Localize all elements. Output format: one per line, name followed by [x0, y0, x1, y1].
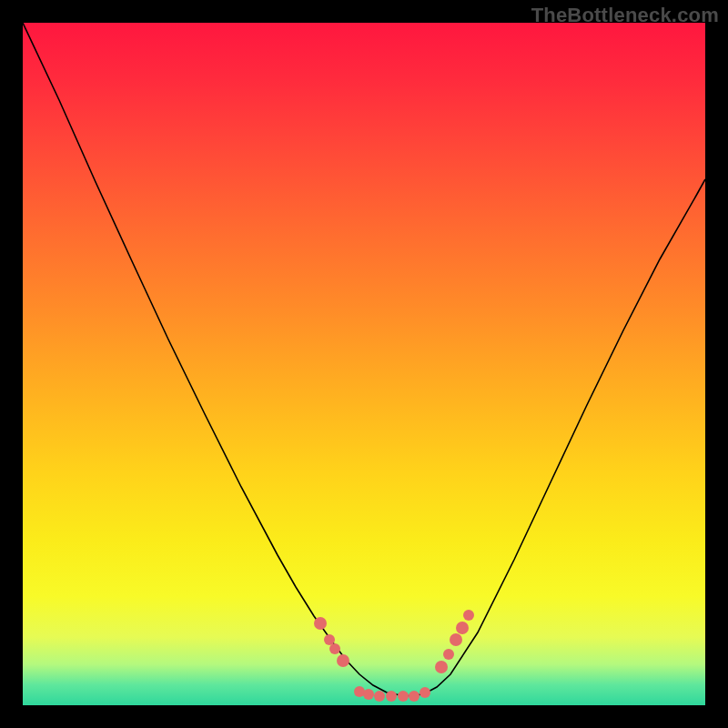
marker-dot — [337, 654, 349, 667]
marker-dot — [386, 691, 397, 702]
marker-dot — [463, 610, 474, 621]
marker-dot — [435, 661, 448, 673]
marker-dot — [329, 643, 340, 654]
marker-dot — [374, 691, 385, 702]
marker-dot — [363, 689, 374, 700]
chart-svg — [23, 23, 705, 705]
marker-dot — [420, 687, 430, 698]
marker-group — [314, 610, 474, 702]
chart-area — [23, 23, 705, 705]
marker-dot — [409, 691, 420, 702]
marker-dot — [450, 633, 462, 646]
v-curve-line — [23, 23, 705, 696]
marker-dot — [443, 649, 454, 660]
marker-dot — [314, 617, 327, 630]
marker-dot — [456, 622, 469, 634]
watermark-text: TheBottleneck.com — [531, 4, 719, 27]
marker-dot — [398, 691, 409, 702]
marker-dot — [324, 634, 335, 645]
